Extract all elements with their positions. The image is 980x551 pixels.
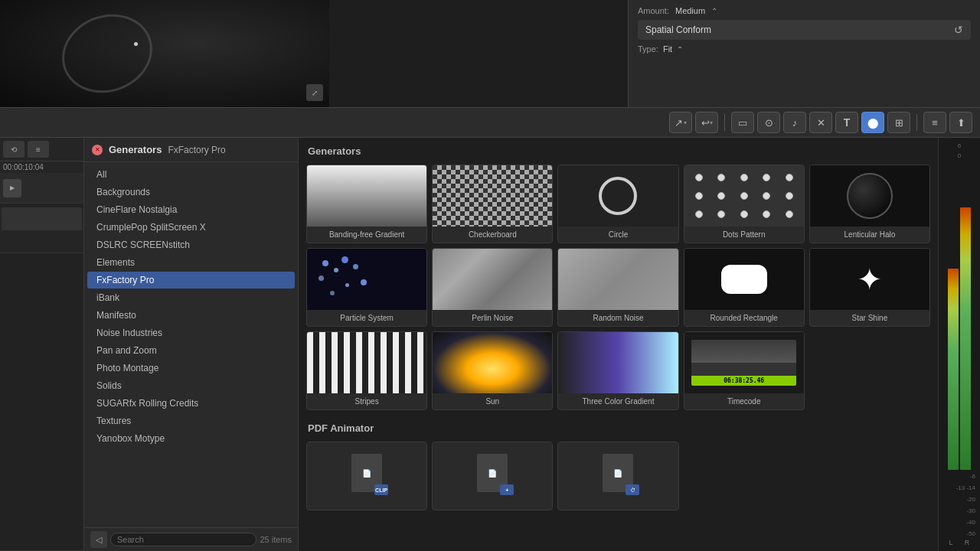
grid-item-pdf-1[interactable]: 📄 CLIP (306, 442, 427, 510)
grid-item-banding-free-gradient[interactable]: Banding-free Gradient (306, 165, 427, 243)
label-star-shine: Star Shine (810, 310, 929, 326)
thumb-particle-system (307, 249, 426, 310)
thumb-pdf-3: 📄 ⏱ (558, 442, 678, 504)
pdf-doc-3: 📄 ⏱ (603, 454, 633, 492)
label-three-color-gradient: Three Color Gradient (558, 393, 678, 409)
toolbar-divider-1 (724, 114, 725, 131)
sidebar-toggle-button[interactable]: ◁ (90, 531, 107, 548)
thumb-dots-pattern (684, 165, 804, 227)
sidebar-item-cineflare[interactable]: CineFlare Nostalgia (87, 201, 295, 218)
close-button[interactable]: ✕ (92, 145, 103, 155)
transform-icon: ⊞ (895, 117, 903, 129)
sidebar-item-solids[interactable]: Solids (87, 377, 295, 394)
dot-15 (786, 210, 793, 218)
sidebar-item-elements[interactable]: Elements (87, 254, 295, 271)
reset-button[interactable]: ↺ (954, 24, 963, 36)
arrow-tool-button[interactable]: ↗ ▾ (669, 112, 692, 133)
thumb-rounded-rectangle (684, 249, 804, 310)
gradient3-visual (558, 332, 678, 393)
dot-5 (786, 174, 793, 181)
p4 (318, 276, 324, 281)
grid-item-circle[interactable]: Circle (557, 165, 678, 243)
camera-tool-button[interactable]: ⊙ (757, 112, 780, 133)
sidebar-icon-2[interactable]: ≡ (28, 141, 49, 158)
grid-item-rounded-rectangle[interactable]: Rounded Rectangle (684, 248, 805, 327)
label-stripes: Stripes (307, 393, 426, 409)
grid-item-star-shine[interactable]: ✦ Star Shine (809, 248, 930, 327)
fx-icon: ⬤ (867, 117, 879, 129)
grid-item-random-noise[interactable]: Random Noise (557, 248, 678, 327)
grid-item-sun[interactable]: Sun (432, 331, 553, 410)
x-tool-button[interactable]: ✕ (809, 112, 832, 133)
arrow-dropdown[interactable]: ▾ (684, 119, 687, 126)
dot-3 (740, 174, 748, 181)
undo-button[interactable]: ↩ ▾ (695, 112, 718, 133)
expand-button[interactable]: ⤢ (306, 84, 323, 101)
rectangle-icon: ▭ (738, 117, 747, 129)
sidebar: ⟲ ≡ 00:00:10:04 ▶ (0, 138, 84, 551)
db-0-labels: 0 (940, 151, 978, 161)
vu-bars (940, 161, 978, 470)
thumb-pdf-1: 📄 CLIP (307, 442, 426, 504)
sidebar-item-fxfactory[interactable]: FxFactory Pro (87, 272, 295, 289)
generators-title: Generators (109, 144, 162, 155)
grid-item-perlin-noise[interactable]: Perlin Noise (432, 248, 553, 327)
type-stepper[interactable]: ⌃ (677, 45, 683, 54)
grid-item-lenticular-halo[interactable]: Lenticular Halo (809, 165, 930, 243)
thumb-pdf-2: 📄 + (433, 442, 552, 504)
grid-item-dots-pattern[interactable]: Dots Pattern (684, 165, 805, 243)
track-2 (0, 207, 83, 253)
undo-dropdown[interactable]: ▾ (710, 119, 713, 126)
mixer-button[interactable]: ≡ (923, 112, 946, 133)
audio-tool-button[interactable]: ♪ (783, 112, 806, 133)
timecode-text: 06:38:25.46 (691, 376, 796, 386)
db-right-labels: -6 -13 -14 -20 -30 -40 -50 (940, 473, 978, 537)
thumb-three-color-gradient (558, 332, 678, 393)
timecode-display: 00:00:10:04 (0, 161, 83, 173)
pdf-doc-1: 📄 CLIP (351, 454, 382, 492)
sidebar-item-crumplepop[interactable]: CrumplePop SplitScreen X (87, 219, 295, 236)
db-label-pos6: 6 (958, 142, 961, 149)
label-pdf-3 (558, 504, 678, 510)
grid-item-pdf-3[interactable]: 📄 ⏱ (557, 442, 678, 510)
sidebar-item-dslrc[interactable]: DSLRC SCREENstitch (87, 236, 295, 253)
grid-item-particle-system[interactable]: Particle System (306, 248, 427, 327)
sidebar-item-noise[interactable]: Noise Industries (87, 324, 295, 341)
sidebar-item-all[interactable]: All (87, 166, 295, 183)
generators-category-list: All Backgrounds CineFlare Nostalgia Crum… (84, 162, 298, 527)
pdf-doc-icon-3: 📄 (613, 469, 622, 478)
share-button[interactable]: ⬆ (949, 112, 972, 133)
p6 (353, 264, 358, 269)
text-tool-button[interactable]: T (835, 112, 858, 133)
thumb-stripes (307, 332, 426, 393)
sidebar-item-pan-zoom[interactable]: Pan and Zoom (87, 342, 295, 359)
search-input[interactable] (110, 533, 256, 546)
share-icon: ⬆ (957, 117, 965, 129)
sidebar-icon-1[interactable]: ⟲ (3, 141, 24, 158)
fx-tool-button[interactable]: ⬤ (861, 112, 884, 133)
sidebar-item-manifesto[interactable]: Manifesto (87, 307, 295, 324)
transform-tool-button[interactable]: ⊞ (887, 112, 910, 133)
type-label: Type: (638, 44, 658, 54)
grid-item-pdf-2[interactable]: 📄 + (432, 442, 553, 510)
timecode-top-bg (691, 340, 796, 363)
db-neg50: -50 (966, 530, 975, 537)
grid-item-timecode[interactable]: 06:38:25.46 Timecode (684, 331, 805, 410)
sidebar-item-textures[interactable]: Textures (87, 412, 295, 429)
db-label-0: 0 (958, 152, 961, 159)
grid-item-stripes[interactable]: Stripes (306, 331, 427, 410)
grid-item-checkerboard[interactable]: Checkerboard (432, 165, 553, 243)
amount-value: Medium (675, 6, 705, 15)
thumb-circle (558, 165, 678, 227)
amount-stepper[interactable]: ⌃ (711, 7, 717, 15)
vu-bottom-labels: L R (940, 537, 978, 548)
sidebar-item-yanobox[interactable]: Yanobox Motype (87, 430, 295, 447)
sidebar-item-backgrounds[interactable]: Backgrounds (87, 184, 295, 201)
sidebar-item-ibank[interactable]: iBank (87, 289, 295, 306)
dot-11 (695, 210, 703, 218)
sidebar-item-photo-montage[interactable]: Photo Montage (87, 360, 295, 377)
dot-9 (763, 192, 770, 200)
sidebar-item-sugarfx[interactable]: SUGARfx Rolling Credits (87, 395, 295, 412)
rectangle-tool-button[interactable]: ▭ (731, 112, 754, 133)
grid-item-three-color-gradient[interactable]: Three Color Gradient (557, 331, 678, 410)
